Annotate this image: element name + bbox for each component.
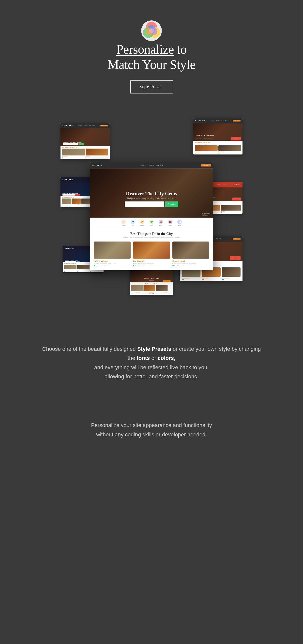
card2-name: Bar Boloud [133,260,170,262]
collage-inner: LISTABLE SandboxExploreHelpBlog Add List… [60,118,242,310]
listing-card-1: SCP Furniture Designer furniture and lig… [94,242,130,266]
card3-name: Russell Hotel [172,260,209,262]
bottom-text: Personalize your site appearance and fun… [39,421,264,439]
main-discover-title: Discover The City Gems [125,191,178,196]
hero-title: Personalize toMatch Your Style [108,42,195,72]
screenshot-main: LISTABLE Sandbox ▾Explore ▾Help ▾Blog Ad… [90,162,213,270]
screenshot-top-right: LISTABLE SandboxExploreHelpBlog Add List… [193,118,242,154]
card3-address: Russell Square 4 [174,265,183,266]
cards-section-subtitle: Explore some of the best tips from aroun… [94,237,209,238]
collage-section: LISTABLE SandboxExploreHelpBlog Add List… [0,108,303,325]
description-section: Choose one of the beautifully designed S… [0,325,303,401]
description-text: Choose one of the beautifully designed S… [39,344,264,381]
card1-desc: Designer furniture and lighting items [94,263,130,264]
svg-point-7 [149,28,154,33]
screenshot-top-left: LISTABLE SandboxExploreHelpBlog Add List… [60,123,110,159]
main-discover-subtitle: Find great places to stay, eat, shop, or… [125,197,178,200]
bottom-section: Personalize your site appearance and fun… [0,401,303,459]
app-logo-icon [140,20,162,42]
card3-desc: Luxury hotel in the heart of Bloomsbury [172,263,209,264]
card2-desc: French-inspired bistro and wine bar [133,263,170,264]
listing-card-3: Russell Hotel Luxury hotel in the heart … [172,242,209,266]
card1-address: Lumen AG LG 210 [96,265,106,266]
card1-name: SCP Furniture [94,260,130,262]
listing-card-2: Bar Boloud French-inspired bistro and wi… [133,242,170,266]
style-presets-button[interactable]: Style Presets [130,80,173,94]
cards-section-title: Best Things to Do in the City [94,232,209,236]
hero-section: Personalize toMatch Your Style Style Pre… [0,0,303,108]
card2-address: Brightbridge 44 [135,265,143,266]
